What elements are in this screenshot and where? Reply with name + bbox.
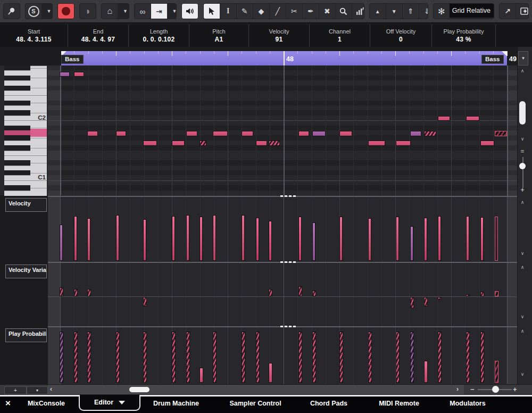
variance-bar[interactable] (298, 286, 302, 296)
mute-tool[interactable]: ✖ (319, 4, 335, 19)
part-dropdown[interactable]: ▼ (118, 4, 129, 19)
midi-note[interactable] (495, 131, 507, 136)
midi-note[interactable] (60, 72, 70, 77)
ruler-dropdown-button[interactable]: ▼ (518, 51, 528, 65)
info-field-pitch[interactable]: PitchA1 (189, 24, 249, 47)
velocity-bar[interactable] (269, 221, 272, 261)
variance-bar[interactable] (87, 289, 91, 296)
solo-button[interactable]: S (26, 4, 41, 19)
trim-tool[interactable] (352, 4, 364, 19)
variance-bar[interactable] (312, 291, 316, 296)
acoustic-feedback-button[interactable]: ◗ (79, 3, 96, 19)
divider-handle-dash[interactable] (280, 326, 283, 327)
vscroll-up-arrow[interactable]: ∧ (518, 68, 527, 73)
autoscroll-button[interactable]: ⇥ (151, 4, 167, 19)
erase-tool[interactable]: ◆ (253, 4, 269, 19)
info-field-channel[interactable]: Channel1 (310, 24, 370, 47)
info-value[interactable]: 48. 4. 3.115 (16, 36, 51, 43)
variance-bar[interactable] (60, 287, 63, 296)
lane1-scroll-down[interactable]: ∨ (518, 314, 527, 319)
midi-note[interactable] (298, 131, 309, 136)
black-key[interactable] (4, 101, 30, 106)
tab-dropdown-icon[interactable] (119, 401, 125, 404)
velocity-bar[interactable] (438, 216, 441, 261)
octave-down-button[interactable]: ⇓ (419, 4, 428, 19)
info-value[interactable]: 0 (399, 36, 403, 43)
snap-button[interactable]: ✻ (434, 4, 450, 19)
probability-bar[interactable] (143, 332, 147, 383)
velocity-bar[interactable] (60, 225, 63, 261)
probability-bar[interactable] (312, 332, 316, 383)
octave-up-button[interactable]: ⇑ (402, 4, 419, 19)
midi-note[interactable] (74, 72, 84, 77)
variance-bar[interactable] (466, 294, 470, 296)
velocity-lane-label[interactable]: Velocity (5, 198, 47, 212)
lane-menu-button[interactable]: ▼ (27, 386, 48, 394)
velocity-bar[interactable] (242, 215, 245, 261)
open-in-window-button[interactable]: ↗ (500, 4, 516, 19)
info-value[interactable]: A1 (215, 36, 223, 43)
vscroll-down-arrow[interactable]: ∨ (518, 136, 527, 142)
tab-chord-pads[interactable]: Chord Pads (310, 400, 347, 407)
probability-bar[interactable] (410, 332, 414, 383)
midi-note[interactable] (480, 141, 494, 146)
split-tool[interactable]: ✂ (286, 4, 302, 19)
info-field-start[interactable]: Start48. 4. 3.115 (0, 24, 68, 47)
black-key[interactable] (4, 110, 30, 115)
divider-handle-dash[interactable] (289, 326, 292, 327)
info-field-off-velocity[interactable]: Off Velocity0 (370, 24, 432, 47)
probability-bar[interactable] (116, 332, 120, 383)
midi-note[interactable] (410, 131, 421, 136)
hzoom-plus[interactable]: + (513, 385, 517, 393)
variance-bar[interactable] (143, 297, 147, 307)
lane2-scroll-down[interactable]: ∨ (518, 371, 527, 377)
draw-tool[interactable]: ✎ (236, 4, 253, 19)
probability-bar[interactable] (396, 332, 400, 383)
highlighted-key-A1[interactable] (30, 129, 47, 137)
probability-bar[interactable] (269, 363, 272, 383)
midi-note[interactable] (213, 131, 228, 136)
probability-bar[interactable] (298, 332, 302, 383)
velocity-bar[interactable] (74, 216, 77, 261)
divider-handle-dash[interactable] (285, 195, 287, 197)
info-value[interactable]: 1 (338, 36, 342, 43)
divider-handle-dash[interactable] (293, 261, 296, 263)
link-projects-button[interactable]: ∞ (135, 4, 151, 19)
probability-bar[interactable] (186, 332, 190, 383)
line-tool[interactable]: ╱ (269, 4, 286, 19)
variance-bar[interactable] (480, 292, 484, 296)
probability-bar[interactable] (339, 332, 343, 383)
probability-bar[interactable] (60, 332, 63, 383)
velocity-bar[interactable] (495, 217, 498, 261)
midi-note[interactable] (143, 141, 157, 146)
probability-bar[interactable] (438, 332, 442, 383)
record-button[interactable] (57, 3, 74, 19)
horizontal-scroll-thumb[interactable] (129, 387, 149, 392)
midi-note[interactable] (368, 141, 385, 146)
glue-tool[interactable]: ✒ (302, 4, 319, 19)
midi-note[interactable] (438, 116, 450, 121)
velocity-bar[interactable] (298, 217, 302, 261)
pin-button[interactable] (3, 3, 20, 19)
midi-note[interactable] (256, 141, 267, 146)
midi-note[interactable] (339, 131, 352, 136)
velocity-bar[interactable] (116, 215, 119, 261)
midi-note[interactable] (87, 131, 98, 136)
velocity-bar[interactable] (410, 226, 413, 261)
edit-active-part-button[interactable]: ⌂ (102, 4, 118, 19)
lane1-scroll-up[interactable]: ∧ (518, 265, 527, 270)
black-key[interactable] (4, 76, 30, 81)
ruler[interactable]: Bass Bass 48 49 (0, 47, 532, 65)
zoom-tool[interactable] (335, 4, 352, 19)
info-value[interactable]: 48. 4. 4. 97 (81, 36, 115, 43)
variance-bar[interactable] (410, 297, 414, 308)
add-lane-button[interactable]: + (4, 386, 27, 394)
velocity-bar[interactable] (186, 215, 189, 261)
tab-midi-remote[interactable]: MIDI Remote (379, 400, 419, 407)
info-value[interactable]: 0. 0. 0.102 (143, 36, 174, 43)
part-name-right[interactable]: Bass (481, 55, 504, 64)
velocity-bar[interactable] (368, 218, 371, 261)
midi-note[interactable] (242, 131, 253, 136)
probability-bar[interactable] (74, 332, 78, 383)
variance-bar[interactable] (495, 291, 498, 296)
